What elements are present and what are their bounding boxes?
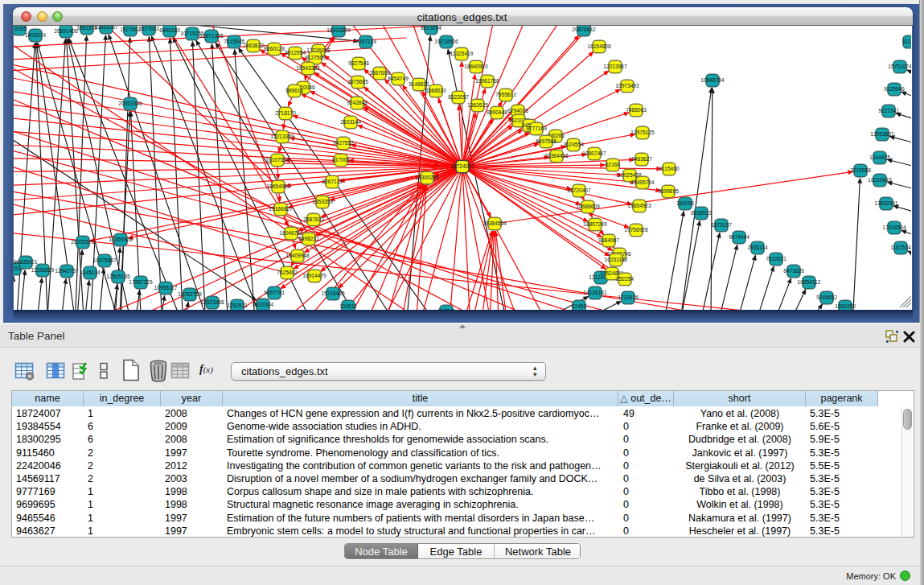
svg-text:3624554: 3624554 <box>563 142 584 147</box>
svg-text:9457791: 9457791 <box>264 290 285 295</box>
svg-text:9245652: 9245652 <box>816 295 837 300</box>
svg-text:104511: 104511 <box>339 303 357 309</box>
svg-text:15409948: 15409948 <box>285 253 310 258</box>
svg-text:19654982: 19654982 <box>266 183 290 189</box>
svg-text:10973493: 10973493 <box>615 83 639 89</box>
svg-text:20691406: 20691406 <box>54 28 78 34</box>
svg-text:2867608: 2867608 <box>369 70 390 76</box>
svg-text:7625402: 7625402 <box>277 270 298 275</box>
svg-text:62160: 62160 <box>606 162 621 167</box>
svg-text:10653267: 10653267 <box>94 26 118 30</box>
svg-text:8454749: 8454749 <box>388 76 409 81</box>
svg-text:3875685: 3875685 <box>347 79 368 84</box>
svg-text:10975887: 10975887 <box>92 257 117 263</box>
svg-text:7632621: 7632621 <box>766 256 786 262</box>
svg-text:12505135: 12505135 <box>106 274 130 279</box>
svg-text:12975125: 12975125 <box>630 130 655 135</box>
svg-text:9242848: 9242848 <box>347 100 368 105</box>
svg-text:8660128: 8660128 <box>264 46 285 51</box>
svg-text:1527602: 1527602 <box>138 26 159 31</box>
svg-text:1405574: 1405574 <box>25 32 46 38</box>
svg-text:1244415: 1244415 <box>869 154 890 160</box>
svg-text:10648784: 10648784 <box>700 77 725 83</box>
svg-text:1292811: 1292811 <box>227 303 248 308</box>
svg-text:6794028: 6794028 <box>507 108 528 113</box>
svg-text:8831904: 8831904 <box>253 302 273 307</box>
svg-text:1092450: 1092450 <box>835 303 856 309</box>
svg-text:19166827: 19166827 <box>269 206 293 212</box>
svg-text:1167534: 1167534 <box>890 245 911 250</box>
svg-text:9115460: 9115460 <box>659 166 680 171</box>
svg-text:12213369: 12213369 <box>270 134 294 139</box>
svg-text:15751074: 15751074 <box>888 64 911 69</box>
svg-text:2603144: 2603144 <box>340 119 361 125</box>
svg-text:20364436: 20364436 <box>544 153 569 159</box>
svg-text:16033809: 16033809 <box>326 27 351 33</box>
svg-text:10958117: 10958117 <box>154 285 178 290</box>
svg-text:16151132: 16151132 <box>605 257 628 262</box>
svg-text:5498222: 5498222 <box>298 236 319 241</box>
svg-text:989613: 989613 <box>285 88 303 93</box>
svg-text:19384554: 19384554 <box>483 220 507 226</box>
svg-text:8990448: 8990448 <box>487 109 507 115</box>
svg-text:19654923: 19654923 <box>627 203 651 208</box>
svg-text:12093837: 12093837 <box>870 131 894 137</box>
svg-text:10688609: 10688609 <box>576 204 600 209</box>
svg-text:9463627: 9463627 <box>631 156 652 162</box>
svg-text:16543362: 16543362 <box>296 65 320 71</box>
svg-text:9474444: 9474444 <box>729 234 749 240</box>
svg-text:6497568: 6497568 <box>536 138 556 144</box>
svg-text:18807249: 18807249 <box>583 221 607 227</box>
svg-text:12942737: 12942737 <box>55 268 79 274</box>
svg-text:8322057: 8322057 <box>448 94 469 100</box>
svg-text:7955812: 7955812 <box>495 92 516 97</box>
svg-text:9777169: 9777169 <box>526 126 547 131</box>
svg-text:18300295: 18300295 <box>415 175 439 180</box>
svg-text:3215958: 3215958 <box>850 167 871 173</box>
svg-text:1733426: 1733426 <box>618 295 639 300</box>
svg-text:16961758: 16961758 <box>475 78 499 84</box>
svg-text:11325419: 11325419 <box>450 51 474 56</box>
svg-text:9327546: 9327546 <box>348 60 369 66</box>
svg-text:15720407: 15720407 <box>567 187 591 193</box>
svg-text:19756928: 19756928 <box>624 227 648 233</box>
svg-text:12213967: 12213967 <box>603 64 627 69</box>
svg-text:8813054: 8813054 <box>421 26 441 31</box>
svg-text:9427552: 9427552 <box>333 140 354 146</box>
svg-text:2718170: 2718170 <box>275 110 296 116</box>
svg-text:10807487: 10807487 <box>582 150 606 156</box>
svg-text:9227341: 9227341 <box>878 108 899 113</box>
svg-text:3587833: 3587833 <box>303 216 324 222</box>
svg-text:18640910: 18640910 <box>464 64 488 69</box>
svg-text:16782759: 16782759 <box>178 291 202 297</box>
svg-text:16671355: 16671355 <box>199 33 224 39</box>
svg-text:20876642: 20876642 <box>572 27 596 32</box>
svg-text:16154808: 16154808 <box>587 43 611 49</box>
svg-text:26206576: 26206576 <box>71 239 95 245</box>
svg-text:1588520: 1588520 <box>425 88 446 93</box>
svg-text:817006: 817006 <box>332 157 350 163</box>
svg-text:17359928: 17359928 <box>109 237 133 242</box>
svg-text:7357224: 7357224 <box>355 39 376 44</box>
svg-text:11156829: 11156829 <box>31 267 55 273</box>
svg-text:8267113: 8267113 <box>322 179 343 184</box>
svg-text:164095: 164095 <box>676 200 694 206</box>
svg-text:16046786: 16046786 <box>279 230 303 236</box>
svg-text:7463822: 7463822 <box>243 43 264 48</box>
svg-text:7485063: 7485063 <box>626 107 647 113</box>
svg-text:17016504: 17016504 <box>882 225 906 230</box>
svg-text:19218506: 19218506 <box>434 39 458 44</box>
svg-text:20053346: 20053346 <box>118 101 142 106</box>
svg-text:17957225: 17957225 <box>129 279 153 285</box>
svg-text:26835001: 26835001 <box>14 259 38 265</box>
svg-text:9699695: 9699695 <box>658 188 679 194</box>
svg-text:8938923: 8938923 <box>691 210 712 216</box>
svg-text:13692991: 13692991 <box>874 200 898 206</box>
svg-text:10654112: 10654112 <box>798 279 821 285</box>
svg-text:6379197: 6379197 <box>711 222 732 228</box>
svg-text:8912954: 8912954 <box>285 50 306 56</box>
svg-text:14136141: 14136141 <box>583 290 607 295</box>
svg-text:18724007: 18724007 <box>450 163 474 169</box>
svg-text:252254: 252254 <box>616 276 634 282</box>
svg-text:1362615: 1362615 <box>467 102 488 108</box>
